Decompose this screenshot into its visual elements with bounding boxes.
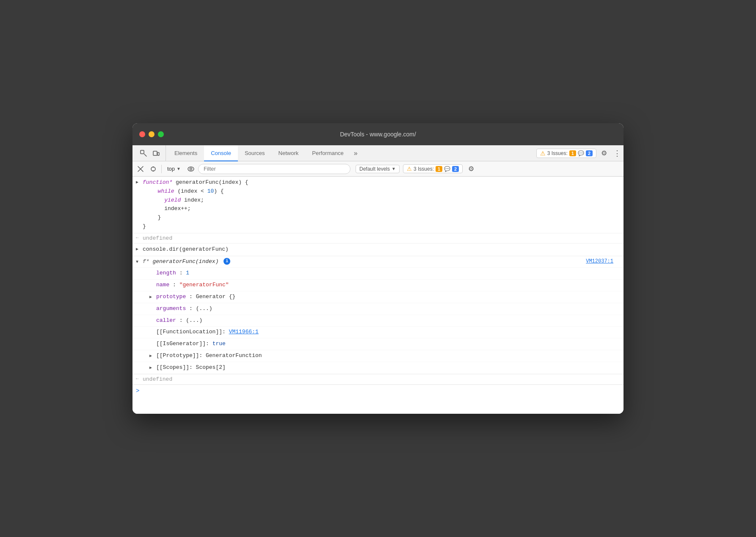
dir-call-entry[interactable]: console.dir(generatorFunc) (132, 244, 624, 256)
undefined-result-2: ← undefined (132, 374, 624, 385)
undefined-result-1: ← undefined (132, 233, 624, 244)
tab-sources[interactable]: Sources (238, 146, 272, 161)
tab-network[interactable]: Network (272, 146, 306, 161)
levels-chevron-icon: ▼ (392, 166, 396, 171)
maximize-button[interactable] (158, 131, 164, 137)
obj-collapse-arrow (136, 259, 141, 266)
tab-bar-icons (134, 145, 166, 161)
live-expressions-button[interactable] (185, 163, 196, 174)
filter-button[interactable] (148, 163, 159, 174)
console-toolbar: top ▼ Default levels ▼ ⚠ 3 Issues: 1 💬 2… (132, 161, 624, 177)
filter-input[interactable] (198, 164, 350, 174)
svg-rect-2 (157, 152, 159, 155)
inspect-element-icon[interactable] (138, 147, 149, 159)
toolbar-divider (161, 165, 162, 173)
return-arrow-icon: ← (136, 235, 139, 240)
traffic-lights (139, 131, 164, 137)
console-input-line[interactable]: > (132, 385, 624, 397)
svg-point-7 (190, 168, 192, 170)
prop-name: name : "generatorFunc" (132, 280, 624, 291)
prop-length: length : 1 (132, 268, 624, 280)
tab-bar: Elements Console Sources Network Perform… (132, 145, 624, 161)
obj-header-row[interactable]: f* generatorFunc(index) i VM12037:1 (132, 256, 624, 268)
close-button[interactable] (139, 131, 145, 137)
info-icon: 💬 (444, 166, 450, 172)
toolbar-info-badge: 2 (452, 166, 459, 172)
more-tabs-button[interactable]: » (350, 145, 361, 161)
prop-is-generator: [[IsGenerator]]: true (132, 338, 624, 350)
tab-performance[interactable]: Performance (305, 146, 350, 161)
internal-proto-arrow (149, 353, 155, 360)
info-count-badge: 2 (586, 150, 593, 156)
svg-rect-0 (141, 150, 144, 154)
svg-point-6 (188, 167, 194, 171)
prop-function-location: [[FunctionLocation]]: VM11966:1 (132, 327, 624, 338)
vm-link-2[interactable]: VM11966:1 (229, 329, 259, 335)
dir-expand-arrow (136, 246, 141, 253)
console-settings-button[interactable]: ⚙ (466, 164, 476, 174)
proto-expand-arrow (149, 294, 155, 301)
device-toolbar-icon[interactable] (150, 147, 162, 159)
settings-button[interactable]: ⚙ (598, 147, 610, 159)
warn-count-badge: 1 (569, 150, 576, 156)
issues-icon: ⚠ (540, 150, 546, 157)
clear-console-button[interactable] (135, 163, 146, 174)
prop-prototype-internal[interactable]: [[Prototype]]: GeneratorFunction (132, 350, 624, 362)
issues-badge[interactable]: ⚠ 3 Issues: 1 💬 2 (536, 149, 596, 158)
tab-elements[interactable]: Elements (168, 146, 204, 161)
tab-bar-right: ⚠ 3 Issues: 1 💬 2 ⚙ ⋮ (536, 145, 622, 161)
console-issues-counter[interactable]: ⚠ 3 Issues: 1 💬 2 (403, 164, 463, 173)
expand-arrow (136, 179, 141, 186)
info-icon-sm: 💬 (578, 150, 584, 156)
console-output: function* generatorFunc(index) { while (… (132, 177, 624, 414)
toolbar-warn-badge: 1 (436, 166, 442, 172)
prop-arguments: arguments : (...) (132, 303, 624, 315)
chevron-down-icon: ▼ (177, 166, 181, 171)
log-levels-button[interactable]: Default levels ▼ (356, 165, 400, 173)
devtools-window: DevTools - www.google.com/ Elements Cons… (132, 123, 624, 414)
title-bar: DevTools - www.google.com/ (132, 123, 624, 145)
warn-icon: ⚠ (407, 166, 412, 172)
return-arrow-2-icon: ← (136, 376, 139, 381)
window-title: DevTools - www.google.com/ (340, 131, 416, 138)
svg-rect-1 (153, 151, 157, 155)
context-selector[interactable]: top ▼ (164, 164, 184, 173)
minimize-button[interactable] (149, 131, 155, 137)
scopes-arrow (149, 365, 155, 371)
vm-link-1[interactable]: VM12037:1 (586, 257, 613, 266)
prop-prototype[interactable]: prototype : Generator {} (132, 291, 624, 303)
info-badge: i (223, 258, 230, 265)
tab-console[interactable]: Console (204, 146, 238, 161)
more-options-button[interactable]: ⋮ (612, 147, 622, 159)
input-prompt: > (136, 388, 139, 394)
code-block-entry[interactable]: function* generatorFunc(index) { while (… (132, 177, 624, 233)
prop-scopes[interactable]: [[Scopes]]: Scopes[2] (132, 362, 624, 374)
expanded-object: f* generatorFunc(index) i VM12037:1 leng… (132, 256, 624, 374)
prop-caller: caller : (...) (132, 315, 624, 327)
